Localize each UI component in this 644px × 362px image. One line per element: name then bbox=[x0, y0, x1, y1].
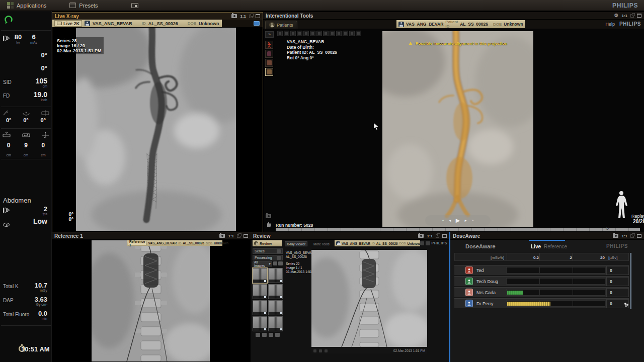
tab-more-tools[interactable]: More Tools bbox=[312, 241, 331, 246]
images-filter-dropdown[interactable]: All Images▾ bbox=[253, 261, 272, 266]
frame-scrubber[interactable] bbox=[276, 228, 640, 231]
selected-thumb-icon[interactable] bbox=[265, 68, 273, 76]
live-xray-titlebar[interactable]: Live X-ray 1:1 bbox=[52, 13, 263, 20]
toolbar-icon[interactable] bbox=[349, 31, 355, 36]
reference-titlebar[interactable]: Reference 1 1:1 bbox=[52, 232, 251, 240]
dose-person-row[interactable]: Dr Perry 0 bbox=[454, 298, 629, 308]
anatomy-tool-icon[interactable] bbox=[265, 41, 273, 49]
iv-3d-roadmap-viewport[interactable]: Possible inaccurate alignment in this pr… bbox=[382, 31, 533, 227]
monitor-icon bbox=[57, 22, 62, 25]
series-thumbnail[interactable] bbox=[253, 268, 267, 283]
rotation-reset-icon[interactable] bbox=[4, 15, 13, 26]
toolbar-icon[interactable] bbox=[336, 31, 342, 36]
toolbar-icon[interactable] bbox=[284, 31, 289, 36]
app-icon[interactable] bbox=[420, 241, 424, 245]
review-titlebar[interactable]: Review 1:1 bbox=[251, 232, 449, 240]
export-icon[interactable] bbox=[256, 333, 260, 337]
play-button[interactable]: ▶ bbox=[456, 218, 460, 223]
restore-window-icon[interactable] bbox=[630, 14, 634, 18]
zoom-1to1-indicator[interactable]: 1:1 bbox=[427, 234, 433, 238]
series-thumbnail[interactable] bbox=[268, 268, 283, 283]
toolbar-icon[interactable] bbox=[316, 31, 322, 36]
maximize-window-icon[interactable] bbox=[256, 14, 260, 18]
interventional-titlebar[interactable]: Interventional Tools ⚙ 1:1 bbox=[263, 12, 644, 20]
reference-viewport[interactable]: Reference 1 VAS_ANG_BEVAR ID AL_SS_00026… bbox=[52, 240, 251, 362]
dose-person-row[interactable]: Tech Doug 0 bbox=[454, 276, 629, 286]
toolbar-icon[interactable] bbox=[343, 31, 348, 36]
settings-gear-icon[interactable]: ⚙ bbox=[614, 13, 618, 18]
dob-label: DOB bbox=[188, 21, 196, 26]
pan-hand-icon[interactable] bbox=[266, 220, 272, 229]
series-thumbnail[interactable] bbox=[268, 316, 283, 331]
delete-icon[interactable] bbox=[275, 333, 280, 337]
toolbar-icon[interactable] bbox=[290, 31, 296, 36]
tab-live[interactable]: Live bbox=[531, 244, 541, 249]
expand-sidebar-button[interactable]: » bbox=[265, 31, 274, 38]
toolbar-icon[interactable] bbox=[323, 31, 329, 36]
doseaware-titlebar[interactable]: DoseAware 1:1 bbox=[450, 232, 644, 240]
step-back-button[interactable]: ◄ bbox=[448, 219, 452, 222]
review-viewport[interactable] bbox=[311, 250, 427, 347]
maximize-window-icon[interactable] bbox=[244, 234, 248, 238]
snapshot-icon[interactable] bbox=[231, 14, 237, 18]
status-icon bbox=[319, 349, 322, 352]
series-thumbnail[interactable] bbox=[253, 284, 267, 299]
zoom-1to1-indicator[interactable]: 1:1 bbox=[621, 14, 627, 18]
screenshot-button[interactable] bbox=[131, 3, 138, 8]
image-thumb-icon[interactable] bbox=[265, 59, 273, 67]
zoom-1to1-indicator[interactable]: 1:1 bbox=[240, 14, 246, 19]
total-k-unit: mGy bbox=[40, 289, 47, 292]
dose-person-row[interactable]: Nrs Carla 0 bbox=[454, 287, 629, 297]
toolbar-icon[interactable] bbox=[303, 31, 309, 36]
presets-menu[interactable]: Presets bbox=[69, 3, 98, 9]
skip-to-end-button[interactable]: » bbox=[471, 219, 473, 222]
series-thumbnail[interactable] bbox=[268, 300, 283, 315]
tab-xray-viewer[interactable]: X-ray Viewer bbox=[285, 241, 307, 246]
toolbar-icon[interactable] bbox=[330, 31, 335, 36]
review-app-button[interactable]: Review bbox=[253, 240, 282, 246]
zoom-1to1-indicator[interactable]: 1:1 bbox=[621, 234, 627, 238]
print-icon[interactable] bbox=[262, 333, 267, 337]
restore-window-icon[interactable] bbox=[237, 234, 240, 238]
restore-window-icon[interactable] bbox=[436, 234, 439, 238]
run-number-label: Run number: 5028 bbox=[276, 223, 313, 228]
snapshot-tool-icon[interactable] bbox=[266, 211, 271, 220]
restore-window-icon[interactable] bbox=[249, 15, 253, 18]
restore-window-icon[interactable] bbox=[630, 234, 634, 238]
send-to-monitor-icon[interactable] bbox=[254, 21, 260, 26]
toolbar-icon[interactable] bbox=[310, 31, 315, 36]
live-xray-viewport[interactable]: Series 28 Image 16 / 20 02-Mar-2013 1:51… bbox=[52, 27, 263, 232]
series-thumbnail[interactable] bbox=[268, 284, 283, 299]
dose-person-row[interactable]: Ted 0 bbox=[454, 265, 629, 275]
toolbar-icon[interactable] bbox=[297, 31, 302, 36]
series-thumbnail[interactable] bbox=[253, 316, 267, 331]
series-button[interactable]: Series bbox=[253, 248, 283, 254]
toolbar-icon[interactable] bbox=[356, 31, 361, 36]
snapshot-icon[interactable] bbox=[613, 234, 618, 238]
maximize-window-icon[interactable] bbox=[442, 234, 447, 238]
maximize-window-icon[interactable] bbox=[637, 14, 641, 18]
app-icon[interactable] bbox=[426, 241, 430, 245]
series-thumbnail[interactable] bbox=[253, 300, 267, 315]
list-icon[interactable] bbox=[278, 261, 283, 265]
layout-icon[interactable] bbox=[273, 261, 278, 265]
live-2k-tab[interactable]: Live 2K bbox=[54, 20, 82, 27]
save-icon[interactable] bbox=[269, 333, 273, 337]
zoom-1to1-indicator[interactable]: 1:1 bbox=[228, 234, 234, 238]
loop-icon[interactable]: ↻ bbox=[605, 226, 609, 231]
toolbar-icon[interactable] bbox=[277, 31, 283, 36]
snapshot-icon[interactable] bbox=[219, 234, 225, 238]
processing-button[interactable]: Processing bbox=[253, 255, 283, 260]
applications-menu[interactable]: Applications bbox=[7, 2, 46, 9]
skip-to-start-button[interactable]: « bbox=[442, 219, 444, 222]
patients-tab[interactable]: Patients bbox=[265, 21, 297, 29]
snapshot-icon[interactable] bbox=[418, 234, 424, 238]
help-button[interactable]: Help bbox=[605, 22, 615, 27]
scrollbar[interactable] bbox=[630, 253, 631, 309]
stent-tool-icon[interactable] bbox=[265, 50, 273, 58]
reference-tab[interactable]: Reference 1 bbox=[128, 241, 146, 245]
reference-xray-image bbox=[92, 240, 210, 361]
tab-reference[interactable]: Reference bbox=[544, 244, 567, 249]
step-forward-button[interactable]: ► bbox=[464, 219, 467, 222]
maximize-window-icon[interactable] bbox=[637, 234, 641, 238]
